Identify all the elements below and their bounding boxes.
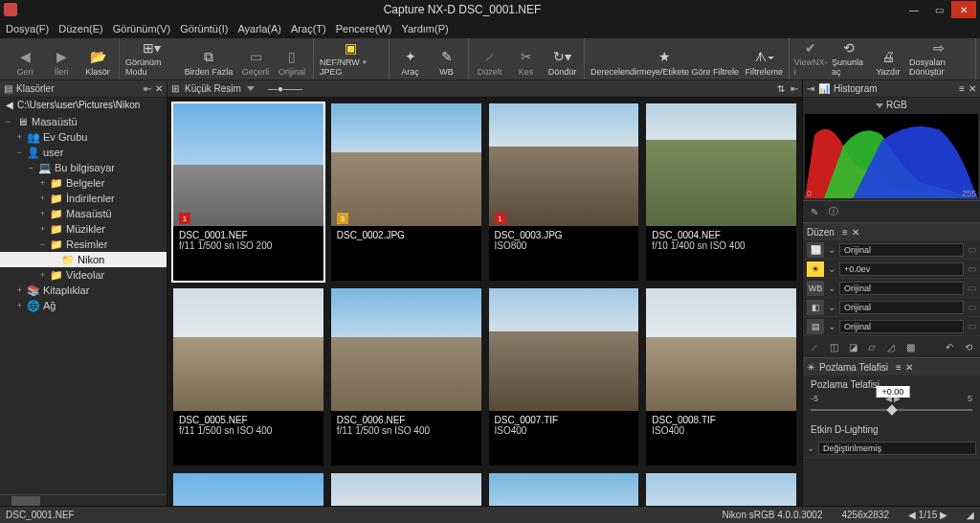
slider-track[interactable] [811, 409, 972, 411]
expand-icon[interactable]: + [38, 224, 47, 234]
adjustment-row[interactable]: ▤⌄Orijinal▭ [803, 317, 980, 336]
thumbnail[interactable]: RAW [173, 473, 323, 506]
menu-item[interactable]: Yardım(P) [401, 23, 448, 34]
chevron-down-icon[interactable]: ⌄ [828, 244, 835, 255]
forward-button[interactable]: ▶İleri [44, 40, 78, 79]
chevron-down-icon[interactable]: ⌄ [828, 321, 835, 331]
edit-tab-icon[interactable]: ✎ [807, 204, 822, 219]
close-button[interactable]: ✕ [951, 1, 976, 18]
view-mode-button[interactable]: ⊞▾Görünüm Modu [123, 40, 179, 79]
lch-icon[interactable]: ◪ [845, 339, 860, 354]
current-button[interactable]: ▭Geçerli [238, 40, 273, 79]
expand-icon[interactable]: + [15, 285, 24, 295]
sort-icon[interactable]: ⇅ [777, 83, 785, 94]
adjustment-row[interactable]: ⬜⌄Orijinal▭ [803, 240, 980, 260]
minimize-button[interactable]: — [902, 1, 926, 18]
folder-tree[interactable]: −🖥Masaüstü+👥Ev Grubu−👤user−💻Bu bilgisaya… [0, 112, 167, 494]
thumbnail[interactable]: RAW [331, 473, 481, 506]
levels-icon[interactable]: ◫ [826, 339, 841, 354]
open-with-button[interactable]: ⟲Şununla aç [830, 40, 869, 79]
adjustment-value[interactable]: Orijinal [839, 320, 964, 333]
maximize-button[interactable]: ▭ [926, 1, 951, 18]
thumbnail[interactable]: RAWDSC_0006.NEFf/11 1/500 sn ISO 400 [331, 288, 481, 466]
tree-item[interactable]: +📁Videolar [0, 267, 167, 283]
adjustment-row[interactable]: WB⌄Orijinal▭ [803, 279, 980, 298]
info-tab-icon[interactable]: ⓘ [826, 204, 841, 219]
slider-icon[interactable]: ▭ [968, 321, 976, 331]
menu-item[interactable]: Düzen(E) [58, 23, 102, 34]
straighten-button[interactable]: ⟋Düzelt [473, 40, 507, 79]
slider-icon[interactable]: ▭ [968, 263, 976, 274]
histogram-mode[interactable]: RGB [803, 98, 980, 112]
menu-item[interactable]: Pencere(W) [336, 23, 392, 34]
viewnx-button[interactable]: ✔ViewNX-i [793, 40, 828, 79]
tree-item[interactable]: −👤user [0, 145, 167, 160]
slider-icon[interactable]: ▭ [968, 283, 976, 293]
left-scrollbar[interactable] [0, 494, 167, 506]
straighten-tool-icon[interactable]: ◿ [883, 339, 899, 354]
chevron-down-icon[interactable]: ⌄ [828, 283, 835, 293]
status-grip-icon[interactable]: ◢ [967, 510, 974, 520]
menu-item[interactable]: Görüntü(I) [180, 23, 228, 34]
thumbnail[interactable] [489, 473, 639, 506]
exp-menu-icon[interactable]: ≡ [896, 362, 902, 373]
tree-item[interactable]: +📚Kitaplıklar [0, 283, 167, 298]
thumbnail[interactable]: DSC_0008.TIFISO400 [646, 288, 796, 466]
grid-toggle-icon[interactable]: ⊞ [171, 83, 179, 94]
dropdown-icon[interactable] [247, 86, 255, 91]
expand-icon[interactable]: − [27, 163, 35, 172]
thumbnail[interactable]: RAW1DSC_0001.NEFf/11 1/500 sn ISO 200 [173, 103, 323, 281]
wb-button[interactable]: ✎WB [430, 40, 464, 79]
slider-icon[interactable]: ▭ [968, 302, 976, 312]
edit-menu-icon[interactable]: ≡ [842, 227, 848, 238]
thumbnail[interactable]: DSC_0007.TIFISO400 [489, 288, 639, 466]
tree-item[interactable]: 📁Nikon [0, 252, 167, 267]
tree-item[interactable]: −🖥Masaüstü [0, 114, 167, 129]
tree-item[interactable]: −💻Bu bilgisayar [0, 160, 167, 175]
slider-icon[interactable]: ▭ [968, 244, 976, 255]
expand-icon[interactable]: + [15, 301, 24, 310]
menu-item[interactable]: Görünüm(V) [113, 23, 171, 34]
collapse-icon[interactable]: ⇤ [144, 83, 151, 94]
thumbnail[interactable]: RAWDSC_0004.NEFf/10 1/400 sn ISO 400 [646, 103, 796, 281]
curves-icon[interactable]: ⟋ [807, 339, 822, 354]
menu-icon[interactable]: ≡ [959, 83, 965, 94]
chevron-down-icon[interactable]: ⌄ [828, 263, 835, 274]
adjustment-value[interactable]: Orijinal [839, 282, 964, 295]
tree-item[interactable]: +📁Müzikler [0, 221, 167, 237]
nef-jpeg-button[interactable]: ▣NEF/NRW + JPEG [318, 40, 385, 79]
expand-icon[interactable]: + [38, 178, 47, 188]
convert-button[interactable]: ⇨Dosyaları Dönüştür [907, 40, 971, 79]
tree-item[interactable]: +📁Belgeler [0, 175, 167, 191]
print-button[interactable]: 🖨Yazdır [871, 40, 905, 79]
menu-item[interactable]: Dosya(F) [6, 23, 49, 34]
expand-right-icon[interactable]: ⇥ [807, 83, 814, 94]
tool-button[interactable]: ✦Araç [393, 40, 428, 79]
dlighting-dropdown[interactable]: ⌄ Değiştirilmemiş [803, 439, 980, 458]
tree-item[interactable]: +🌐Ağ [0, 298, 167, 313]
thumbnail[interactable]: RAWDSC_0005.NEFf/11 1/500 sn ISO 400 [173, 288, 323, 466]
adjustment-value[interactable]: Orijinal [839, 243, 964, 257]
tree-item[interactable]: −📁Resimler [0, 237, 167, 252]
exposure-value[interactable]: +0.00 [877, 386, 910, 398]
filter-by-rating-button[interactable]: ★Derecelendirmeye/Etikete Göre Filtrele [589, 40, 742, 79]
noise-icon[interactable]: ▩ [902, 339, 918, 354]
menu-item[interactable]: Araç(T) [291, 23, 326, 34]
filtering-button[interactable]: ⩚▾Filtreleme [744, 40, 786, 79]
expand-icon[interactable]: + [38, 270, 47, 280]
crop-tool-icon[interactable]: ▱ [864, 339, 880, 354]
thumbnail[interactable]: RAW [646, 473, 796, 506]
expand-icon[interactable]: − [15, 148, 24, 157]
close-panel-icon[interactable]: ✕ [155, 83, 163, 94]
undo-icon[interactable]: ↶ [942, 339, 957, 354]
chevron-down-icon[interactable]: ⌄ [828, 302, 835, 312]
menu-item[interactable]: Ayarla(A) [237, 23, 281, 34]
exposure-slider[interactable]: Pozlama Telafisi -5 ◀ +0.00 ▶ 5 [803, 375, 980, 421]
collapse-center-icon[interactable]: ⇤ [791, 83, 798, 94]
expand-icon[interactable]: + [38, 209, 47, 218]
adjustment-row[interactable]: ☀⌄+0.0ev▭ [803, 260, 980, 279]
expand-icon[interactable]: + [38, 193, 47, 203]
folder-button[interactable]: 📂Klasör [80, 40, 115, 79]
adjustment-row[interactable]: ◧⌄Orijinal▭ [803, 298, 980, 317]
thumbnail[interactable]: 3DSC_0002.JPG [331, 103, 481, 281]
